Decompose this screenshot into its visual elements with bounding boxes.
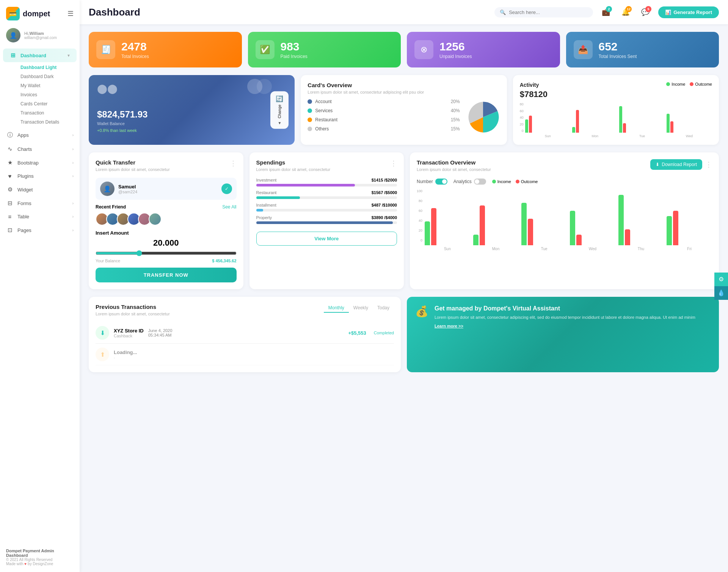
sidebar-item-label: Table <box>17 214 69 219</box>
paid-invoices-icon: ✅ <box>256 40 275 59</box>
activity-chart: 806040200 <box>520 102 712 138</box>
sidebar-item-apps[interactable]: ⓘ Apps › <box>0 128 80 142</box>
tab-today[interactable]: Today <box>373 304 394 313</box>
last-row: Previous Transactions Lorem ipsum dolor … <box>89 297 719 372</box>
prev-transactions-card: Previous Transactions Lorem ipsum dolor … <box>89 297 401 372</box>
spendings-list: Investment $1415 /$2000 Restaurant $1567… <box>256 178 397 224</box>
bar-outcome-tue <box>623 123 626 133</box>
change-btn-wrap[interactable]: 🔄 Change ▼ <box>270 91 289 129</box>
sidebar-item-charts[interactable]: ∿ Charts › <box>0 142 80 156</box>
bar-group-sun <box>525 116 571 133</box>
txn-header: Transaction Overview Lorem ipsum dolor s… <box>417 159 712 176</box>
qt-user-name: Samuel <box>118 184 137 190</box>
account-dot <box>308 99 312 104</box>
txn-amount: +$5,553 <box>348 330 366 336</box>
three-dots-icon[interactable]: ⋮ <box>230 159 237 168</box>
submenu-transaction-details[interactable]: Transaction Details <box>17 118 80 127</box>
settings-side-button[interactable]: ⚙ <box>714 273 728 286</box>
sidebar-nav: ⊞ Dashboard ▼ Dashboard Light Dashboard … <box>0 49 80 545</box>
sidebar-item-dashboard[interactable]: ⊞ Dashboard ▼ <box>3 49 77 62</box>
spending-item-investment: Investment $1415 /$2000 <box>256 178 397 186</box>
prev-txn-title: Previous Transactions <box>96 304 170 310</box>
overview-item-services: Services 40% <box>308 108 460 113</box>
stat-card-total-invoices: 🧾 2478 Total Invoices <box>89 32 242 67</box>
bar-income-tue <box>619 106 622 133</box>
tab-weekly[interactable]: Weekly <box>349 304 373 313</box>
chevron-right-icon: › <box>72 147 74 151</box>
friend-avatar-6[interactable] <box>149 213 162 226</box>
toggle-row: Number Analytics Income <box>417 179 712 185</box>
dashboard-icon: ⊞ <box>9 52 17 59</box>
sidebar-item-label: Bootstrap <box>17 160 69 166</box>
sidebar-item-bootstrap[interactable]: ★ Bootstrap › <box>0 156 80 169</box>
total-sent-label: Total Invoices Sent <box>599 54 637 59</box>
search-box[interactable]: 🔍 <box>494 7 593 17</box>
sidebar-item-label: Apps <box>17 132 69 138</box>
qt-user-avatar: 👤 <box>100 182 115 196</box>
activity-x-labels: Sun Mon Tue Wed <box>525 134 712 138</box>
submenu-dashboard-dark[interactable]: Dashboard Dark <box>17 72 80 81</box>
txn-bar-sun <box>425 208 470 245</box>
stat-card-paid-invoices: ✅ 983 Paid Invoices <box>248 32 401 67</box>
va-learn-more-link[interactable]: Learn more >> <box>435 324 463 328</box>
info-side-button[interactable]: 💧 <box>714 286 728 300</box>
qt-subtitle: Lorem ipsum dolor sit amet, consectetur <box>96 167 170 172</box>
cards-overview-title: Card's Overview <box>308 82 500 88</box>
search-input[interactable] <box>509 9 577 15</box>
sidebar-item-table[interactable]: ≡ Table › <box>0 210 80 223</box>
footer-brand: Dompet Payment Admin Dashboard <box>6 548 74 558</box>
amount-label: Insert Amount <box>96 230 237 236</box>
download-report-button[interactable]: ⬇ Download Report <box>650 159 702 170</box>
spendings-three-dots-icon[interactable]: ⋮ <box>390 159 397 168</box>
txn-y-axis: 100806040200 <box>417 189 425 242</box>
txn-icon-wrap-2: ⬆ <box>96 348 109 361</box>
bar-group-tue <box>619 106 665 133</box>
submenu-my-wallet[interactable]: My Wallet <box>17 81 80 90</box>
analytics-toggle-switch[interactable] <box>474 179 486 185</box>
message-icon-btn[interactable]: 💬5 <box>639 5 652 19</box>
submenu-dashboard-light[interactable]: Dashboard Light <box>17 63 80 72</box>
widget-icon: ⚙ <box>6 186 14 193</box>
search-icon: 🔍 <box>500 9 506 15</box>
chevron-right-icon: › <box>72 215 74 219</box>
message-badge: 5 <box>645 6 651 12</box>
quick-transfer-card: Quick Transfer Lorem ipsum dolor sit ame… <box>89 152 243 289</box>
chevron-right-icon: › <box>72 201 74 205</box>
transfer-now-button[interactable]: TRANSFER NOW <box>96 268 237 282</box>
overview-item-others: Others 15% <box>308 126 460 132</box>
balance-value: $ 456,345.62 <box>212 259 236 263</box>
va-title: Get managed by Dompet's Virtual Assistan… <box>435 305 695 312</box>
sidebar-item-pages[interactable]: ⊡ Pages › <box>0 223 80 237</box>
total-sent-icon: 📤 <box>574 40 593 59</box>
middle-row: ⬤⬤ $824,571.93 Wallet Balance +0.8% than… <box>89 75 719 145</box>
sidebar-item-plugins[interactable]: ♥ Plugins › <box>0 169 80 183</box>
see-all-button[interactable]: See All <box>222 204 236 210</box>
pie-wrap: Account 20% Services 40% Restaurant 15% <box>308 99 500 135</box>
hamburger-icon[interactable]: ☰ <box>67 9 74 18</box>
amount-slider[interactable] <box>96 250 237 256</box>
generate-report-button[interactable]: 📊 Generate Report <box>658 6 719 18</box>
submenu-invoices[interactable]: Invoices <box>17 90 80 99</box>
sidebar-item-forms[interactable]: ⊟ Forms › <box>0 196 80 210</box>
apps-icon: ⓘ <box>6 132 14 139</box>
user-name: William <box>29 31 44 36</box>
spendings-subtitle: Lorem ipsum dolor sit amet, consectetur <box>256 167 331 172</box>
stat-card-unpaid-invoices: ⊗ 1256 Unpaid Invoices <box>407 32 560 67</box>
income-legend: Income <box>666 82 685 86</box>
activity-card: Activity Income Outcome $78120 <box>513 75 719 145</box>
tab-monthly[interactable]: Monthly <box>324 304 349 313</box>
avatar: 👤 <box>6 28 20 42</box>
view-more-button[interactable]: View More <box>256 232 397 246</box>
number-toggle-switch[interactable] <box>435 179 447 185</box>
txn-three-dots-icon[interactable]: ⋮ <box>705 160 712 169</box>
change-button[interactable]: 🔄 Change ▼ <box>270 91 289 129</box>
wallet-icon-btn[interactable]: 💼2 <box>599 5 613 19</box>
wallet-amount: $824,571.93 <box>97 109 286 120</box>
prev-txn-header: Previous Transactions Lorem ipsum dolor … <box>96 304 394 321</box>
notification-icon-btn[interactable]: 🔔12 <box>619 5 632 19</box>
forms-icon: ⊟ <box>6 200 14 207</box>
sidebar-item-widget[interactable]: ⚙ Widget <box>0 183 80 196</box>
submenu-cards-center[interactable]: Cards Center <box>17 99 80 108</box>
submenu-transaction[interactable]: Transaction <box>17 108 80 118</box>
logo-text: dompet <box>23 9 50 18</box>
